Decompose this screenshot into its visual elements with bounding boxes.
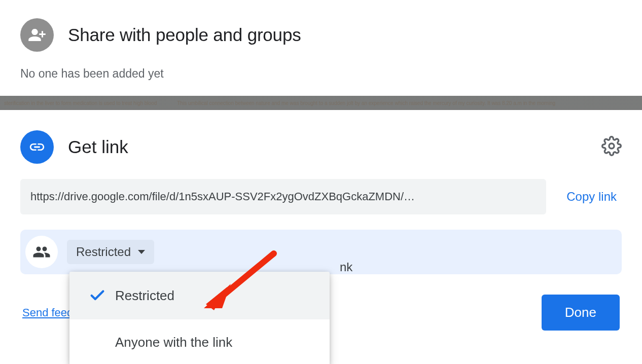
done-button[interactable]: Done <box>542 295 620 331</box>
dropdown-option-label: Anyone with the link <box>115 335 232 350</box>
gear-icon[interactable] <box>601 136 622 158</box>
access-dropdown-label: Restricted <box>76 245 131 259</box>
copy-link-button[interactable]: Copy link <box>561 190 622 204</box>
share-section: Share with people and groups No one has … <box>0 0 642 96</box>
link-title: Get link <box>68 137 587 157</box>
dropdown-option-label: Restricted <box>115 288 174 304</box>
share-subtext: No one has been added yet <box>20 67 622 81</box>
link-header: Get link <box>20 130 622 164</box>
share-url-box[interactable]: https://drive.google.com/file/d/1n5sxAUP… <box>20 179 546 214</box>
svg-point-0 <box>609 143 614 149</box>
access-hint-partial: nk <box>340 260 352 274</box>
person-add-icon <box>20 18 54 52</box>
bg-text-left: sterification in the liver to form medic… <box>4 100 157 106</box>
bg-text-right: This umbilical connection between nature… <box>177 100 555 106</box>
share-title[interactable]: Share with people and groups <box>68 25 301 45</box>
access-dropdown-button[interactable]: Restricted <box>67 240 154 264</box>
background-document-strip: sterification in the liver to form medic… <box>0 96 642 110</box>
link-icon <box>20 130 54 164</box>
check-icon <box>80 287 115 304</box>
share-header: Share with people and groups <box>20 18 622 52</box>
people-icon <box>25 236 58 268</box>
send-feedback-link[interactable]: Send feed <box>22 306 73 319</box>
dropdown-option-anyone[interactable]: Anyone with the link <box>69 319 330 364</box>
access-dropdown-menu: Restricted Anyone with the link <box>69 272 330 364</box>
chevron-down-icon <box>138 250 145 254</box>
dropdown-option-restricted[interactable]: Restricted <box>69 272 330 319</box>
link-row: https://drive.google.com/file/d/1n5sxAUP… <box>20 179 622 214</box>
access-row: Restricted nk <box>20 230 622 274</box>
